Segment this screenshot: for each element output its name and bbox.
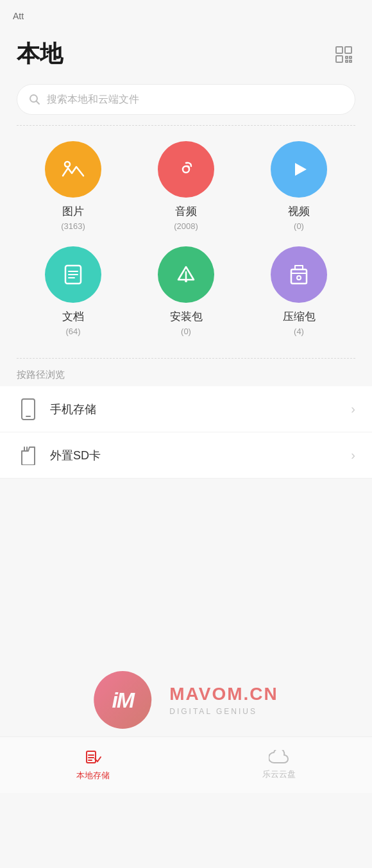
zip-count: (4) — [294, 327, 304, 336]
cloud-tab-icon — [269, 750, 289, 765]
tab-cloud[interactable]: 乐云云盘 — [262, 750, 296, 780]
local-tab-label: 本地存储 — [76, 770, 110, 781]
status-bar: Att — [0, 0, 372, 32]
audio-count: (2008) — [174, 221, 198, 231]
svg-point-10 — [183, 166, 189, 173]
local-tab-icon — [84, 749, 102, 767]
svg-rect-3 — [346, 56, 348, 58]
scan-button[interactable] — [332, 43, 355, 66]
scan-icon — [334, 44, 354, 65]
docs-icon-circle — [45, 246, 101, 303]
category-docs[interactable]: 文档 (64) — [17, 246, 130, 352]
phone-storage-item[interactable]: 手机存储 › — [0, 386, 372, 432]
watermark-logo: iM — [94, 671, 151, 729]
docs-count: (64) — [65, 327, 80, 336]
svg-rect-5 — [346, 60, 348, 62]
zip-icon — [285, 260, 313, 289]
images-icon-circle — [45, 141, 101, 198]
svg-rect-4 — [350, 56, 351, 58]
phone-storage-label: 手机存储 — [50, 402, 351, 417]
category-grid: 图片 (3163) 音频 (2008) 视频 (0) — [0, 126, 372, 358]
sd-icon — [17, 444, 40, 467]
phone-storage-icon — [19, 398, 37, 420]
svg-point-17 — [185, 280, 187, 282]
apk-icon-circle — [158, 246, 214, 303]
images-label: 图片 — [62, 204, 84, 219]
sd-card-item[interactable]: 外置SD卡 › — [0, 432, 372, 479]
watermark-area: iM MAVOM.CN DIGITAL GENIUS 本地存储 乐云云盘 — [0, 479, 372, 793]
video-count: (0) — [294, 221, 304, 231]
images-count: (3163) — [61, 221, 85, 231]
images-icon — [59, 155, 87, 183]
tab-local[interactable]: 本地存储 — [76, 749, 110, 781]
category-audio[interactable]: 音频 (2008) — [130, 141, 242, 246]
watermark-text: MAVOM.CN DIGITAL GENIUS — [169, 684, 278, 716]
svg-point-19 — [297, 276, 301, 280]
phone-storage-chevron: › — [351, 402, 355, 416]
sd-card-chevron: › — [351, 448, 355, 463]
apk-label: 安装包 — [170, 309, 203, 324]
search-icon — [29, 94, 40, 105]
zip-icon-circle — [271, 246, 327, 303]
svg-rect-6 — [350, 60, 351, 62]
docs-label: 文档 — [62, 309, 84, 324]
video-icon — [285, 155, 313, 183]
svg-point-9 — [65, 162, 70, 167]
svg-rect-2 — [336, 56, 342, 62]
apk-icon — [172, 260, 200, 289]
apk-count: (0) — [181, 327, 191, 336]
category-apk[interactable]: 安装包 (0) — [130, 246, 242, 352]
audio-label: 音频 — [175, 204, 197, 219]
sd-card-icon — [19, 446, 37, 465]
logo-text: iM — [112, 688, 133, 713]
phone-icon — [17, 398, 40, 421]
svg-rect-1 — [345, 47, 351, 53]
docs-icon — [59, 260, 87, 289]
page-title: 本地 — [17, 38, 63, 70]
status-time: Att — [13, 11, 24, 21]
cloud-tab-label: 乐云云盘 — [262, 769, 296, 780]
watermark-sub: DIGITAL GENIUS — [169, 707, 278, 716]
header: 本地 — [0, 32, 372, 79]
audio-icon-circle — [158, 141, 214, 198]
category-images[interactable]: 图片 (3163) — [17, 141, 130, 246]
search-container: 搜索本地和云端文件 — [0, 79, 372, 125]
watermark-content: iM MAVOM.CN DIGITAL GENIUS — [94, 671, 278, 729]
zip-label: 压缩包 — [283, 309, 316, 324]
svg-marker-11 — [295, 163, 307, 176]
bottom-nav: 本地存储 乐云云盘 — [0, 736, 372, 793]
category-video[interactable]: 视频 (0) — [242, 141, 355, 246]
video-label: 视频 — [288, 204, 310, 219]
svg-rect-0 — [336, 47, 342, 53]
category-zip[interactable]: 压缩包 (4) — [242, 246, 355, 352]
section-title: 按路径浏览 — [0, 359, 372, 386]
audio-icon — [172, 155, 200, 183]
search-placeholder: 搜索本地和云端文件 — [47, 93, 139, 106]
video-icon-circle — [271, 141, 327, 198]
sd-card-label: 外置SD卡 — [50, 448, 351, 463]
search-bar[interactable]: 搜索本地和云端文件 — [17, 84, 355, 115]
watermark-site: MAVOM.CN — [169, 684, 278, 704]
svg-line-8 — [37, 101, 40, 105]
